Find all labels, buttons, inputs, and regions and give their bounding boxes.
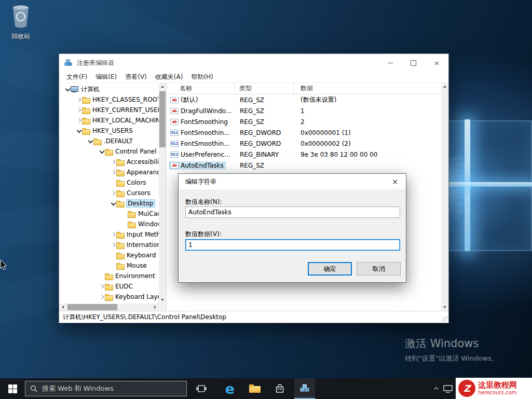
tray-show-hidden-icons-button[interactable]	[430, 378, 441, 399]
tree-item-eudc[interactable]: EUDC	[59, 281, 159, 292]
tree-item-desktop[interactable]: Desktop	[59, 198, 159, 209]
tree-item-计算机[interactable]: 计算机	[59, 84, 159, 94]
value-data-input[interactable]	[185, 239, 400, 251]
start-button[interactable]	[0, 378, 25, 399]
collapsed-arrow-icon[interactable]	[99, 283, 105, 290]
value-type: REG_DWORD	[235, 129, 294, 136]
activation-line1: 激活 Windows	[405, 336, 498, 351]
minimize-button[interactable]	[378, 54, 402, 72]
tree-item-label: Appearance	[127, 169, 159, 176]
expanded-arrow-icon[interactable]	[99, 148, 105, 155]
taskbar: 搜索 Web 和 Windows e	[0, 378, 532, 399]
collapsed-arrow-icon[interactable]	[110, 169, 116, 175]
tree-item-cursors[interactable]: Cursors	[59, 188, 159, 198]
tree-item-label: Control Panel	[115, 148, 157, 155]
value-row-fontsmoothin-[interactable]: 011FontSmoothin...REG_DWORD0x00000001 (1…	[167, 127, 441, 138]
title-bar[interactable]: 注册表编辑器 ×	[59, 54, 448, 72]
recycle-bin-label: 回收站	[6, 32, 35, 41]
collapsed-arrow-icon[interactable]	[110, 159, 116, 165]
tree-item-hkey_classes_root[interactable]: HKEY_CLASSES_ROOT	[59, 94, 159, 105]
menu-item-4[interactable]: 帮助(H)	[187, 72, 217, 82]
tree-item-keyboard[interactable]: Keyboard	[59, 250, 159, 260]
taskbar-search-box[interactable]: 搜索 Web 和 Windows	[25, 381, 187, 396]
tree-item-mouse[interactable]: Mouse	[59, 260, 159, 271]
dialog-title-bar[interactable]: 编辑字符串 ×	[179, 174, 406, 189]
value-row-fontsmoothin-[interactable]: 011FontSmoothin...REG_DWORD0x00000002 (2…	[167, 138, 441, 149]
file-explorer-icon[interactable]	[244, 378, 265, 399]
value-row-autoendtasks[interactable]: abAutoEndTasksREG_SZ	[167, 160, 441, 171]
column-header-data[interactable]: 数据	[294, 83, 441, 94]
tree-item-label: International	[127, 241, 159, 249]
cancel-button[interactable]: 取消	[357, 262, 401, 276]
tree-item-hkey_users[interactable]: HKEY_USERS	[59, 126, 159, 136]
tray-display-icon[interactable]	[441, 378, 455, 399]
collapsed-arrow-icon[interactable]	[110, 242, 116, 248]
value-data: 9e 3e 03 80 12 00 00 00	[294, 151, 441, 158]
tree-item-hkey_local_machine[interactable]: HKEY_LOCAL_MACHINE	[59, 115, 159, 126]
value-row-dragfullwindo-[interactable]: abDragFullWindo...REG_SZ1	[167, 105, 441, 116]
value-row-userpreferenc-[interactable]: 011UserPreferenc...REG_BINARY9e 3e 03 80…	[167, 149, 441, 160]
binary-value-icon: 011	[170, 141, 179, 147]
tree-item-label: Mouse	[127, 262, 147, 269]
column-header-type[interactable]: 类型	[235, 83, 294, 94]
status-bar: 计算机\HKEY_USERS\.DEFAULT\Control Panel\De…	[59, 311, 448, 323]
collapsed-arrow-icon[interactable]	[110, 231, 116, 238]
collapsed-arrow-icon[interactable]	[76, 97, 82, 103]
value-name: DragFullWindo...	[181, 107, 231, 115]
menu-item-1[interactable]: 编辑(E)	[91, 72, 121, 82]
value-row--[interactable]: ab(默认)REG_SZ(数值未设置)	[167, 94, 441, 105]
tree-item-control-panel[interactable]: Control Panel	[59, 146, 159, 157]
tree-item-muicache[interactable]: MuiCache	[59, 209, 159, 219]
collapsed-arrow-icon[interactable]	[110, 190, 116, 196]
no-expand-arrow	[121, 211, 128, 217]
maximize-button[interactable]	[402, 54, 425, 72]
tree-horizontal-scrollbar[interactable]	[59, 304, 159, 311]
tree-item-label: Keyboard Layout	[115, 293, 159, 300]
column-header-name[interactable]: 名称	[167, 83, 235, 94]
edge-browser-icon[interactable]: e	[220, 378, 240, 399]
tree-item-hkey_current_user[interactable]: HKEY_CURRENT_USER	[59, 105, 159, 115]
resize-grip[interactable]	[442, 317, 447, 322]
dialog-close-button[interactable]: ×	[384, 174, 406, 189]
expanded-arrow-icon[interactable]	[64, 86, 71, 92]
recycle-bin-desktop-icon[interactable]: 回收站	[6, 4, 35, 41]
value-row-fontsmoothing[interactable]: abFontSmoothingREG_SZ2	[167, 116, 441, 127]
site-url: herecours.com	[478, 390, 517, 396]
task-view-button[interactable]	[190, 378, 213, 399]
value-name-cell: 011FontSmoothin...	[167, 129, 235, 137]
tree-item-label: Keyboard	[127, 252, 156, 259]
list-vertical-scrollbar[interactable]	[441, 83, 448, 311]
string-value-icon: ab	[170, 108, 179, 114]
ok-button[interactable]: 确定	[308, 262, 352, 276]
folder-icon	[128, 211, 135, 217]
expanded-arrow-icon[interactable]	[76, 128, 82, 134]
binary-value-icon: 011	[170, 152, 179, 158]
regedit-taskbar-icon-active[interactable]	[294, 378, 315, 399]
expanded-arrow-icon[interactable]	[87, 138, 93, 144]
collapsed-arrow-icon[interactable]	[76, 107, 82, 113]
folder-icon	[128, 221, 135, 228]
close-button[interactable]: ×	[425, 54, 448, 72]
tree-item-windowmetrics[interactable]: WindowMetrics	[59, 219, 159, 229]
expanded-arrow-icon[interactable]	[110, 200, 116, 207]
menu-item-0[interactable]: 文件(F)	[62, 72, 91, 82]
folder-icon	[116, 169, 124, 176]
menu-item-2[interactable]: 查看(V)	[121, 72, 151, 82]
tree-item-input-method[interactable]: Input Method	[59, 229, 159, 240]
tree-vertical-scrollbar[interactable]	[159, 83, 166, 304]
tree-item-.default[interactable]: .DEFAULT	[59, 136, 159, 146]
store-icon[interactable]	[269, 378, 290, 399]
tree-item-international[interactable]: International	[59, 240, 159, 250]
collapsed-arrow-icon[interactable]	[76, 117, 82, 123]
value-name-input[interactable]	[185, 207, 400, 218]
tree-item-colors[interactable]: Colors	[59, 177, 159, 188]
tree-item-accessibility[interactable]: Accessibility	[59, 157, 159, 167]
tree-item-environment[interactable]: Environment	[59, 271, 159, 281]
tree-item-keyboard-layout[interactable]: Keyboard Layout	[59, 292, 159, 302]
collapsed-arrow-icon[interactable]	[99, 294, 105, 300]
tree-item-label: HKEY_LOCAL_MACHINE	[92, 117, 159, 124]
menu-item-3[interactable]: 收藏夹(A)	[151, 72, 187, 82]
value-data-label: 数值数据(V):	[185, 230, 222, 239]
string-value-icon: ab	[170, 162, 179, 169]
tree-item-appearance[interactable]: Appearance	[59, 167, 159, 177]
